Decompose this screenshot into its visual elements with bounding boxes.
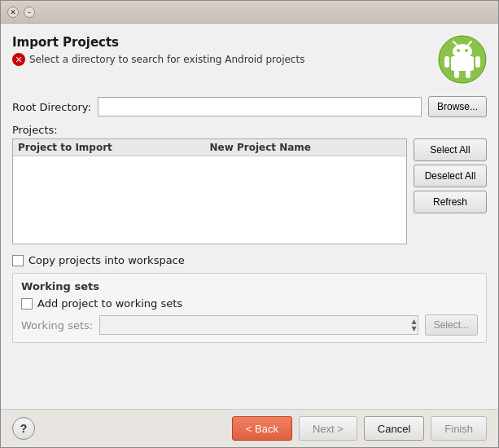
- minimize-button[interactable]: –: [24, 7, 35, 18]
- svg-point-2: [453, 44, 472, 59]
- svg-rect-7: [444, 56, 449, 68]
- add-ws-row: Add project to working sets: [21, 297, 478, 310]
- add-ws-checkbox[interactable]: [21, 298, 33, 310]
- working-sets-title: Working sets: [21, 280, 478, 292]
- svg-rect-8: [475, 56, 480, 68]
- working-sets-section: Working sets Add project to working sets…: [12, 273, 487, 343]
- error-message: Select a directory to search for existin…: [29, 54, 304, 65]
- back-button[interactable]: < Back: [232, 416, 292, 441]
- svg-point-4: [465, 49, 468, 52]
- svg-rect-9: [454, 70, 459, 78]
- copy-projects-checkbox[interactable]: [12, 255, 24, 266]
- table-body: [13, 156, 406, 241]
- side-buttons: Select All Deselect All Refresh: [414, 138, 487, 213]
- projects-area: Project to Import New Project Name Selec…: [12, 138, 487, 244]
- projects-section: Projects: Project to Import New Project …: [12, 124, 487, 244]
- import-projects-dialog: ✕ – Import Projects ✕ Select a directory…: [0, 0, 499, 448]
- bottom-bar: ? < Back Next > Cancel Finish: [1, 409, 498, 447]
- root-directory-row: Root Directory: Browse...: [12, 96, 487, 117]
- error-row: ✕ Select a directory to search for exist…: [12, 53, 304, 66]
- col1-header: Project to Import: [18, 142, 210, 153]
- error-icon: ✕: [12, 53, 25, 66]
- titlebar: ✕ –: [1, 1, 498, 24]
- projects-label: Projects:: [12, 124, 487, 136]
- copy-projects-label: Copy projects into workspace: [28, 254, 185, 266]
- root-dir-input[interactable]: [98, 97, 422, 116]
- help-button[interactable]: ?: [12, 417, 35, 440]
- ws-select-button: Select...: [425, 314, 478, 336]
- dialog-content: Import Projects ✕ Select a directory to …: [1, 24, 498, 409]
- svg-rect-10: [466, 70, 471, 78]
- cancel-button[interactable]: Cancel: [364, 416, 424, 441]
- browse-button[interactable]: Browse...: [428, 96, 487, 117]
- header-row: Import Projects ✕ Select a directory to …: [12, 35, 487, 86]
- ws-input-container: ▲ ▼: [99, 315, 418, 335]
- svg-point-3: [457, 49, 460, 52]
- ws-row: Working sets: ▲ ▼ Select...: [21, 314, 478, 336]
- root-dir-label: Root Directory:: [12, 101, 91, 113]
- col2-header: New Project Name: [210, 142, 402, 153]
- ws-label: Working sets:: [21, 319, 93, 332]
- deselect-all-button[interactable]: Deselect All: [414, 165, 487, 187]
- add-ws-label: Add project to working sets: [37, 297, 182, 310]
- table-header: Project to Import New Project Name: [13, 139, 406, 156]
- header-text: Import Projects ✕ Select a directory to …: [12, 35, 304, 66]
- refresh-button[interactable]: Refresh: [414, 191, 487, 213]
- close-button[interactable]: ✕: [7, 7, 19, 18]
- android-logo: [438, 35, 487, 86]
- ws-input: [99, 315, 418, 335]
- select-all-button[interactable]: Select All: [414, 138, 487, 161]
- projects-table: Project to Import New Project Name: [12, 138, 407, 244]
- dialog-title: Import Projects: [12, 35, 304, 50]
- copy-projects-row: Copy projects into workspace: [12, 254, 487, 266]
- ws-arrows: ▲ ▼: [411, 318, 416, 332]
- finish-button: Finish: [431, 416, 487, 441]
- next-button: Next >: [299, 416, 357, 441]
